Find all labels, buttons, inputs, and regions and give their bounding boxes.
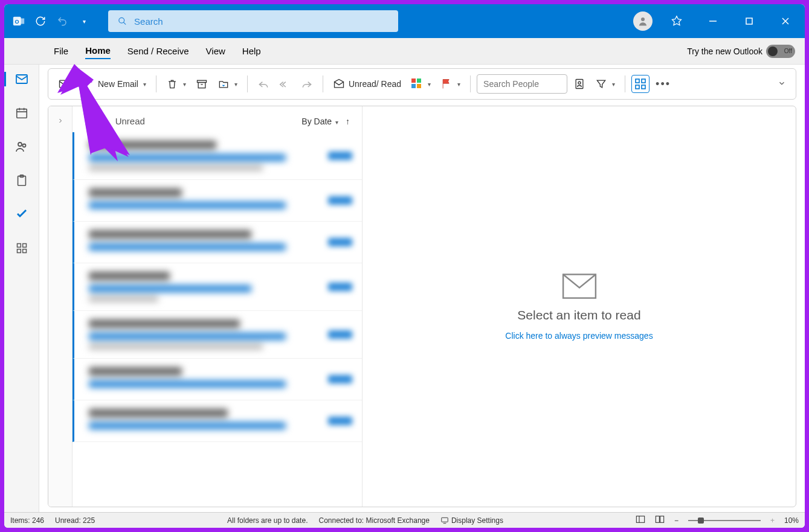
move-button[interactable]: ▾ (214, 75, 241, 92)
unread-read-label: Unread/ Read (349, 79, 401, 89)
svg-rect-42 (656, 516, 659, 523)
nav-apps-icon[interactable] (13, 240, 30, 257)
zoom-slider[interactable] (688, 520, 761, 521)
maximize-button[interactable] (737, 9, 761, 33)
svg-point-16 (22, 144, 25, 147)
archive-button[interactable] (192, 75, 211, 92)
svg-rect-29 (411, 84, 416, 88)
search-people-input[interactable] (477, 74, 567, 94)
title-bar: O ▾ (4, 4, 805, 38)
svg-rect-25 (198, 83, 205, 88)
undo-icon[interactable] (55, 14, 69, 28)
nav-mail-icon[interactable] (13, 71, 30, 88)
toggle-off-label: Off (784, 48, 792, 54)
sort-direction-icon[interactable]: ↑ (346, 117, 350, 126)
svg-rect-33 (636, 79, 639, 83)
svg-rect-23 (60, 80, 69, 88)
reply-all-button[interactable] (276, 75, 295, 92)
sync-icon[interactable] (33, 14, 48, 28)
monitor-icon (440, 516, 449, 525)
view-normal-icon[interactable] (636, 515, 645, 525)
message-item[interactable] (73, 132, 362, 180)
nav-calendar-icon[interactable] (13, 104, 30, 121)
chevron-right-icon (57, 117, 64, 124)
svg-rect-30 (417, 84, 421, 88)
svg-rect-19 (17, 244, 21, 248)
account-avatar[interactable] (633, 11, 653, 31)
nav-todo-icon[interactable] (13, 206, 30, 223)
svg-line-4 (123, 22, 126, 25)
menu-send-receive[interactable]: Send / Receive (127, 43, 189, 59)
svg-rect-11 (16, 109, 27, 118)
layout-button[interactable] (631, 75, 649, 93)
status-items-count: Items: 246 (10, 516, 44, 525)
nav-tasks-icon[interactable] (13, 172, 30, 189)
svg-point-5 (641, 18, 645, 21)
search-input[interactable] (134, 16, 388, 27)
message-list[interactable] (73, 132, 362, 507)
filter-button[interactable]: ▾ (591, 75, 619, 92)
nav-people-icon[interactable] (13, 138, 30, 155)
premium-icon[interactable] (665, 9, 689, 33)
status-connected: Connected to: Microsoft Exchange (318, 516, 429, 525)
menu-home[interactable]: Home (85, 43, 111, 59)
flag-button[interactable]: ▾ (437, 75, 464, 92)
ribbon-collapse-icon[interactable] (778, 79, 790, 89)
view-reading-icon[interactable] (655, 515, 665, 525)
message-item[interactable] (73, 263, 362, 311)
filter-all-tab[interactable]: All (91, 115, 101, 127)
svg-point-15 (18, 143, 22, 146)
filter-unread-tab[interactable]: Unread (115, 116, 145, 126)
forward-button[interactable] (297, 75, 317, 92)
unread-read-button[interactable]: Unread/ Read (329, 75, 405, 92)
categorize-button[interactable]: ▾ (407, 75, 434, 92)
reading-empty-title: Select an item to read (517, 308, 640, 322)
message-item[interactable] (73, 311, 362, 359)
menu-view[interactable]: View (206, 43, 225, 59)
message-list-pane: All Unread By Date ▾ ↑ (73, 106, 363, 507)
message-item[interactable] (73, 400, 362, 442)
try-new-outlook-label: Try the new Outlook (687, 46, 762, 56)
ribbon-toolbar: New Email ▾ ▾ ▾ (48, 68, 796, 100)
status-bar: Items: 246 Unread: 225 All folders are u… (4, 512, 805, 528)
delete-button[interactable]: ▾ (163, 75, 190, 92)
menu-help[interactable]: Help (242, 43, 261, 59)
zoom-in-button[interactable]: + (770, 516, 775, 525)
status-folders: All folders are up to date. (227, 516, 308, 525)
menu-file[interactable]: File (54, 43, 68, 59)
status-unread-count: Unread: 225 (55, 516, 95, 525)
message-item[interactable] (73, 180, 362, 222)
address-book-button[interactable] (570, 75, 589, 92)
menu-bar: File Home Send / Receive View Help Try t… (4, 38, 805, 65)
svg-rect-34 (642, 79, 645, 83)
new-email-button[interactable]: New Email ▾ (54, 75, 150, 92)
outlook-app-icon: O (11, 14, 26, 28)
global-search[interactable] (108, 10, 398, 32)
minimize-button[interactable] (701, 9, 725, 33)
zoom-out-button[interactable]: − (674, 516, 678, 525)
reading-pane: Select an item to read Click here to alw… (363, 106, 796, 507)
svg-rect-35 (636, 85, 639, 89)
sort-by-date[interactable]: By Date ▾ (301, 117, 338, 126)
svg-rect-27 (411, 79, 416, 83)
close-button[interactable] (773, 9, 798, 33)
person-icon (637, 16, 648, 27)
quickaccess-dropdown-icon[interactable]: ▾ (77, 14, 91, 28)
reply-button[interactable] (254, 75, 273, 92)
svg-point-32 (578, 82, 581, 84)
svg-rect-28 (417, 79, 421, 83)
try-new-outlook-toggle[interactable]: Off (766, 45, 795, 58)
svg-rect-7 (746, 18, 752, 24)
display-settings-button[interactable]: Display Settings (440, 516, 503, 525)
more-options-button[interactable]: ••• (652, 75, 674, 93)
svg-rect-43 (660, 516, 664, 523)
svg-rect-20 (22, 244, 26, 248)
folder-pane-collapsed[interactable] (48, 106, 73, 507)
search-icon (118, 16, 127, 26)
svg-rect-36 (642, 85, 645, 89)
svg-rect-38 (442, 518, 448, 522)
message-item[interactable] (73, 359, 362, 400)
svg-rect-22 (22, 249, 26, 253)
preview-messages-link[interactable]: Click here to always preview messages (505, 331, 653, 341)
message-item[interactable] (73, 222, 362, 263)
